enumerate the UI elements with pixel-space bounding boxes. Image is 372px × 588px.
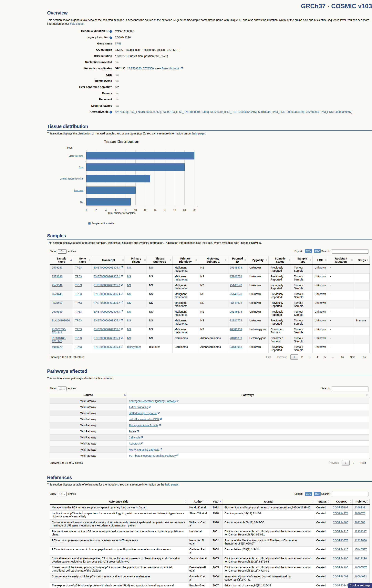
svg-text:20: 20 <box>183 209 186 211</box>
svg-text:Large intestine: Large intestine <box>69 155 83 157</box>
svg-text:12: 12 <box>144 209 147 211</box>
svg-text:10: 10 <box>134 209 137 211</box>
svg-text:Tissue Distribution: Tissue Distribution <box>104 139 140 144</box>
svg-text:2: 2 <box>96 209 97 211</box>
svg-text:16: 16 <box>164 209 166 211</box>
svg-text:18: 18 <box>173 209 176 211</box>
svg-text:NS: NS <box>80 201 83 203</box>
svg-text:0: 0 <box>86 209 87 211</box>
svg-text:Total number of samples: Total number of samples <box>108 211 136 214</box>
svg-text:Pancreas: Pancreas <box>74 189 83 191</box>
svg-text:14: 14 <box>154 209 156 211</box>
svg-text:Tissue: Tissue <box>65 146 73 149</box>
svg-text:6: 6 <box>115 209 117 211</box>
svg-text:Skin: Skin <box>79 166 83 168</box>
svg-text:22: 22 <box>193 209 196 211</box>
svg-text:8: 8 <box>125 209 126 211</box>
svg-text:Central nervous system: Central nervous system <box>60 178 83 180</box>
svg-text:4: 4 <box>105 209 107 211</box>
svg-text:Samples with mutation: Samples with mutation <box>91 222 115 225</box>
